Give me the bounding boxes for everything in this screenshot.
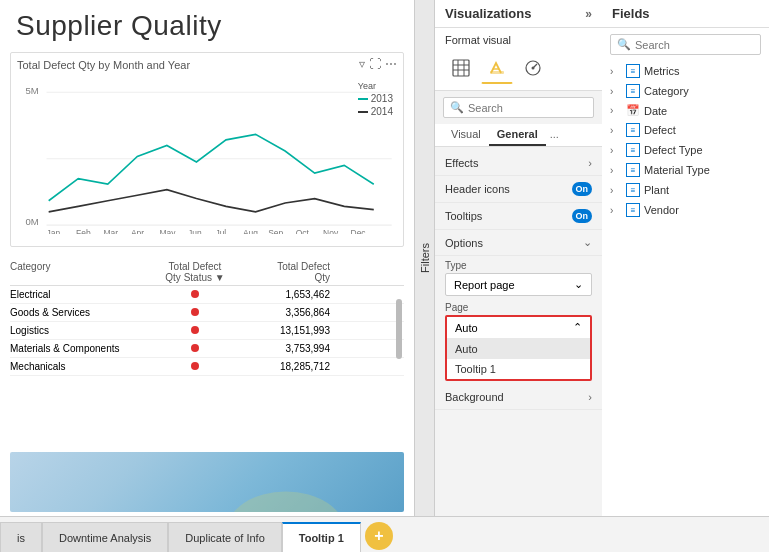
page-option-tooltip1[interactable]: Tooltip 1 — [447, 359, 590, 379]
expand-icon[interactable]: ⛶ — [369, 57, 381, 71]
chevron-right-icon: › — [610, 205, 622, 216]
chevron-right-icon: › — [610, 105, 622, 116]
fields-search-input[interactable] — [635, 39, 769, 51]
svg-text:5M: 5M — [25, 85, 38, 96]
effects-label: Effects — [445, 157, 478, 169]
tab-tooltip-1[interactable]: Tooltip 1 — [282, 522, 361, 552]
header-icons-toggle[interactable]: On — [572, 182, 593, 196]
svg-text:Feb: Feb — [76, 228, 91, 234]
type-label: Type — [445, 260, 592, 271]
background-chevron: › — [588, 391, 592, 403]
filters-tab[interactable]: Filters — [415, 0, 435, 516]
fields-search-bar[interactable]: 🔍 — [610, 34, 761, 55]
col-category: Category — [10, 261, 150, 283]
field-material-type[interactable]: › ≡ Material Type — [602, 160, 769, 180]
page-dropdown[interactable]: Auto ⌃ Auto Tooltip 1 — [445, 315, 592, 381]
background-section[interactable]: Background › — [435, 385, 602, 410]
options-chevron: ⌄ — [583, 236, 592, 249]
tooltips-toggle[interactable]: On — [572, 209, 593, 223]
field-label: Defect — [644, 124, 676, 136]
table-icon: ≡ — [626, 143, 640, 157]
field-label: Material Type — [644, 164, 710, 176]
legend-year-label: Year — [358, 81, 393, 91]
viz-panel-expand[interactable]: » — [585, 7, 592, 21]
left-panel: Supplier Quality Total Defect Qty by Mon… — [0, 0, 415, 516]
row-status — [150, 343, 240, 354]
bottom-tab-bar: is Downtime Analysis Duplicate of Info T… — [0, 516, 769, 552]
legend-2013: 2013 — [358, 93, 393, 104]
row-qty: 3,753,994 — [240, 343, 330, 354]
fields-header: Fields — [602, 0, 769, 28]
page-option-auto[interactable]: Auto — [447, 339, 590, 359]
filters-tab-label: Filters — [419, 243, 431, 273]
col-qty-status: Total DefectQty Status ▼ — [150, 261, 240, 283]
tab-duplicate-of-info[interactable]: Duplicate of Info — [168, 522, 282, 552]
effects-section[interactable]: Effects › — [435, 151, 602, 176]
more-icon[interactable]: ⋯ — [385, 57, 397, 71]
tab-visual[interactable]: Visual — [443, 124, 489, 146]
svg-point-25 — [532, 67, 535, 70]
field-vendor[interactable]: › ≡ Vendor — [602, 200, 769, 220]
viz-icon-grid[interactable] — [445, 52, 477, 84]
tab-tooltip-1-label: Tooltip 1 — [299, 532, 344, 544]
field-defect-type[interactable]: › ≡ Defect Type — [602, 140, 769, 160]
map-overlay — [10, 452, 404, 512]
legend-2013-label: 2013 — [371, 93, 393, 104]
page-dropdown-up-chevron: ⌃ — [573, 321, 582, 334]
table-row: Electrical 1,653,462 — [10, 286, 404, 304]
options-subsection: Type Report page ⌄ Page Auto ⌃ Auto Tool… — [435, 256, 602, 385]
page-dropdown-value: Auto — [455, 322, 478, 334]
field-label: Metrics — [644, 65, 679, 77]
data-table: Category Total DefectQty Status ▼ Total … — [10, 259, 404, 442]
add-page-button[interactable]: + — [365, 522, 393, 550]
field-date[interactable]: › 📅 Date — [602, 101, 769, 120]
viz-icon-format[interactable] — [481, 52, 513, 84]
viz-icon-analytics[interactable] — [517, 52, 549, 84]
type-dropdown[interactable]: Report page ⌄ — [445, 273, 592, 296]
row-category: Mechanicals — [10, 361, 150, 372]
chevron-right-icon: › — [610, 185, 622, 196]
settings-content: Effects › Header icons On Tooltips On Op… — [435, 147, 602, 516]
table-icon: ≡ — [626, 84, 640, 98]
tab-more[interactable]: ... — [546, 124, 563, 146]
svg-text:Aug: Aug — [243, 228, 258, 234]
table-scrollbar[interactable] — [396, 299, 402, 359]
header-icons-section[interactable]: Header icons On — [435, 176, 602, 203]
row-qty: 3,356,864 — [240, 307, 330, 318]
chevron-right-icon: › — [610, 145, 622, 156]
options-section-header[interactable]: Options ⌄ — [435, 230, 602, 256]
viz-search-bar[interactable]: 🔍 — [443, 97, 594, 118]
date-icon: 📅 — [626, 104, 640, 117]
table-icon: ≡ — [626, 123, 640, 137]
type-dropdown-value: Report page — [454, 279, 515, 291]
field-plant[interactable]: › ≡ Plant — [602, 180, 769, 200]
field-label: Plant — [644, 184, 669, 196]
tooltips-section[interactable]: Tooltips On — [435, 203, 602, 230]
field-label: Date — [644, 105, 667, 117]
format-visual-label: Format visual — [435, 28, 602, 48]
page-dropdown-selected[interactable]: Auto ⌃ — [447, 317, 590, 339]
chart-toolbar: ▿ ⛶ ⋯ — [359, 57, 397, 71]
viz-panel-title: Visualizations — [445, 6, 531, 21]
row-category: Goods & Services — [10, 307, 150, 318]
filter-icon[interactable]: ▿ — [359, 57, 365, 71]
row-qty: 1,653,462 — [240, 289, 330, 300]
tab-is[interactable]: is — [0, 522, 42, 552]
field-category[interactable]: › ≡ Category — [602, 81, 769, 101]
tab-general[interactable]: General — [489, 124, 546, 146]
svg-text:Oct: Oct — [296, 228, 310, 234]
svg-text:Jun: Jun — [188, 228, 202, 234]
visualizations-panel: Visualizations » Format visual — [435, 0, 602, 516]
row-status — [150, 307, 240, 318]
table-row: Goods & Services 3,356,864 — [10, 304, 404, 322]
svg-text:May: May — [160, 228, 177, 234]
chart-title: Total Defect Qty by Month and Year — [17, 59, 397, 71]
field-defect[interactable]: › ≡ Defect — [602, 120, 769, 140]
viz-search-input[interactable] — [468, 102, 602, 114]
table-row: Logistics 13,151,993 — [10, 322, 404, 340]
svg-text:Sep: Sep — [268, 228, 283, 234]
row-status — [150, 289, 240, 300]
tab-downtime-analysis[interactable]: Downtime Analysis — [42, 522, 168, 552]
field-metrics[interactable]: › ≡ Metrics — [602, 61, 769, 81]
header-icons-label: Header icons — [445, 183, 510, 195]
